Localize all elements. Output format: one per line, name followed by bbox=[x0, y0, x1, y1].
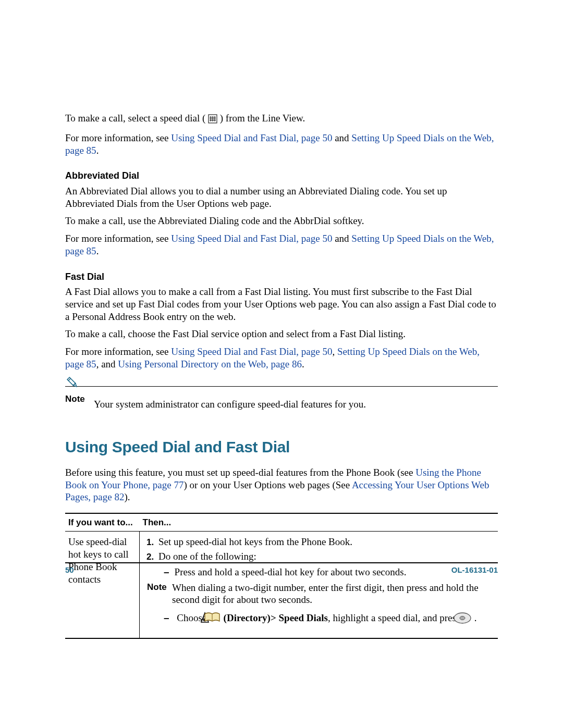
fast-p1: A Fast Dial allows you to make a call fr… bbox=[65, 286, 498, 323]
text: ). bbox=[124, 491, 130, 502]
table-row: Use speed-dial hot keys to call Phone Bo… bbox=[65, 532, 498, 638]
link-personal-directory[interactable]: Using Personal Directory on the Web, pag… bbox=[118, 359, 302, 369]
text: and bbox=[332, 132, 351, 143]
intro-line2: For more information, see Using Speed Di… bbox=[65, 132, 498, 157]
text: For more information, see bbox=[65, 346, 171, 357]
svg-marker-8 bbox=[73, 383, 77, 387]
directory-path: (Directory)> Speed Dials bbox=[224, 612, 328, 623]
fast-p3: For more information, see Using Speed Di… bbox=[65, 346, 498, 371]
svg-point-14 bbox=[460, 616, 465, 620]
text: , and bbox=[96, 359, 118, 369]
speed-dial-icon bbox=[208, 114, 217, 127]
text: For more information, see bbox=[65, 233, 171, 244]
bullet-choose-directory: Choose (Directory)> Speed Dials, highlig… bbox=[164, 611, 495, 627]
table-note: Note When dialing a two-digit number, en… bbox=[147, 582, 495, 607]
note-label: Note bbox=[65, 393, 85, 404]
step-2: Do one of the following: bbox=[156, 550, 495, 563]
speed-dial-table: If you want to... Then... Use speed-dial… bbox=[65, 513, 498, 639]
text: and bbox=[332, 233, 351, 244]
table-header-then: Then... bbox=[140, 513, 498, 532]
fast-p2: To make a call, choose the Fast Dial ser… bbox=[65, 328, 498, 340]
link-speed-fast-dial[interactable]: Using Speed Dial and Fast Dial, page 50 bbox=[171, 233, 332, 244]
svg-line-9 bbox=[68, 378, 70, 380]
text: For more information, see bbox=[65, 132, 171, 143]
pencil-icon bbox=[65, 375, 80, 393]
text: Before using this feature, you must set … bbox=[65, 467, 415, 478]
text: , highlight a speed dial, and press bbox=[328, 612, 462, 623]
text: To make a call, select a speed dial ( bbox=[65, 113, 208, 124]
heading-fast-dial: Fast Dial bbox=[65, 271, 498, 283]
text: , bbox=[332, 346, 337, 357]
table-cell-steps: Set up speed-dial hot keys from the Phon… bbox=[140, 532, 498, 638]
page-footer: 50 OL-16131-01 bbox=[65, 562, 498, 574]
text: . bbox=[96, 145, 99, 156]
abbrev-p1: An Abbreviated Dial allows you to dial a… bbox=[65, 185, 498, 210]
heading-abbreviated-dial: Abbreviated Dial bbox=[65, 170, 498, 182]
link-speed-fast-dial[interactable]: Using Speed Dial and Fast Dial, page 50 bbox=[171, 346, 332, 357]
document-id: OL-16131-01 bbox=[451, 565, 498, 574]
text: ) or on your User Options web pages (See bbox=[183, 479, 351, 490]
table-header-if: If you want to... bbox=[65, 513, 140, 532]
table-cell-goal: Use speed-dial hot keys to call Phone Bo… bbox=[65, 532, 140, 638]
text: ) from the Line View. bbox=[217, 113, 305, 124]
step-1: Set up speed-dial hot keys from the Phon… bbox=[156, 536, 495, 548]
table-note-label: Note bbox=[147, 582, 172, 607]
directory-book-icon bbox=[213, 611, 221, 627]
abbrev-p2: To make a call, use the Abbreviated Dial… bbox=[65, 215, 498, 227]
intro-line1: To make a call, select a speed dial ( ) … bbox=[65, 112, 498, 127]
note-text: Your system administrator can configure … bbox=[94, 389, 366, 411]
abbrev-p3: For more information, see Using Speed Di… bbox=[65, 232, 498, 257]
text: . bbox=[474, 612, 477, 623]
text: . bbox=[302, 359, 304, 369]
page-number: 50 bbox=[65, 565, 74, 574]
table-note-text: When dialing a two-digit number, enter t… bbox=[172, 582, 495, 607]
link-speed-fast-dial[interactable]: Using Speed Dial and Fast Dial, page 50 bbox=[171, 132, 332, 143]
main-intro: Before using this feature, you must set … bbox=[65, 466, 498, 503]
heading-using-speed-fast-dial: Using Speed Dial and Fast Dial bbox=[65, 437, 498, 457]
note-block: Note Your system administrator can confi… bbox=[65, 386, 498, 411]
text: . bbox=[96, 245, 99, 256]
select-button-icon bbox=[462, 612, 472, 627]
